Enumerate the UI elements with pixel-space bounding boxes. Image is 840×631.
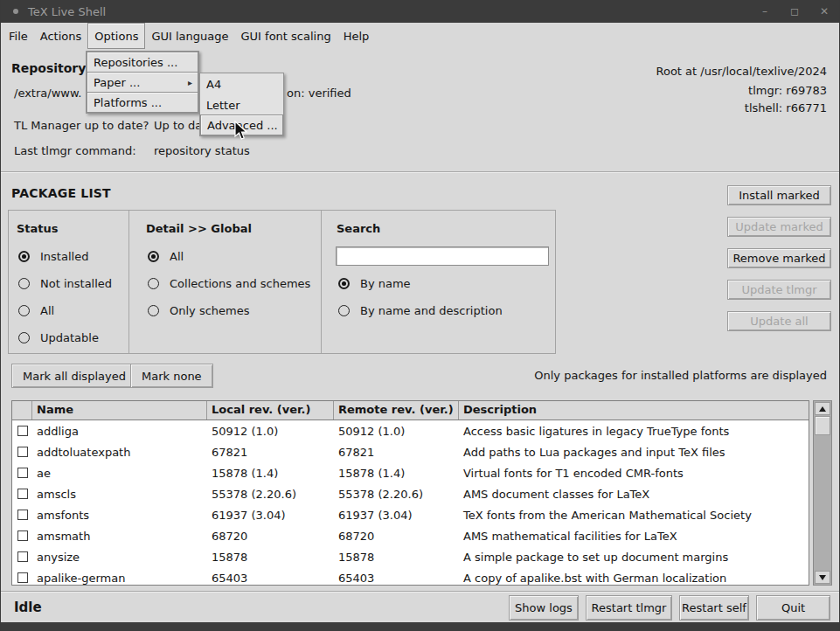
update-tlmgr-button[interactable]: Update tlmgr: [727, 280, 831, 300]
scroll-up-icon[interactable]: [815, 402, 830, 415]
header-description[interactable]: Description: [459, 401, 809, 420]
table-header: Name Local rev. (ver.) Remote rev. (ver.…: [12, 401, 809, 420]
mark-all-displayed-button[interactable]: Mark all displayed: [11, 364, 137, 388]
row-checkbox[interactable]: [17, 530, 28, 541]
row-checkbox[interactable]: [17, 572, 28, 583]
remote-revision: 55378 (2.20.6): [334, 488, 459, 501]
radio-option[interactable]: All: [148, 248, 310, 264]
titlebar: TeX Live Shell – ◻ ✕: [1, 0, 839, 23]
package-list-heading: PACKAGE LIST: [11, 186, 111, 200]
search-input[interactable]: [336, 246, 549, 266]
minimize-icon[interactable]: –: [757, 0, 773, 23]
table-body: addliga50912 (1.0)50912 (1.0)Access basi…: [12, 420, 809, 586]
tlmgr-version: tlmgr: r69783: [748, 83, 827, 99]
radio-option[interactable]: Only schemes: [148, 302, 310, 318]
package-description: A copy of apalike.bst with German locali…: [459, 572, 809, 585]
radio-icon[interactable]: [18, 332, 30, 343]
table-row[interactable]: anysize1587815878A simple package to set…: [12, 546, 809, 567]
quit-button[interactable]: Quit: [756, 595, 830, 621]
window-controls: – ◻ ✕: [757, 0, 832, 23]
package-name: apalike-german: [32, 572, 207, 585]
menuitem-repositories[interactable]: Repositories ...: [87, 52, 198, 73]
radio-icon[interactable]: [148, 278, 159, 289]
header-local-rev[interactable]: Local rev. (ver.): [207, 401, 334, 420]
radio-option[interactable]: Installed: [18, 248, 112, 264]
maximize-icon[interactable]: ◻: [787, 0, 802, 23]
package-description: AMS document classes for LaTeX: [459, 488, 809, 501]
package-description: AMS mathematical facilities for LaTeX: [459, 530, 809, 543]
app-window: TeX Live Shell – ◻ ✕ File Actions Option…: [0, 0, 840, 631]
update-marked-button[interactable]: Update marked: [727, 217, 831, 237]
remove-marked-button[interactable]: Remove marked: [727, 248, 831, 268]
repository-heading: Repository: [11, 61, 86, 75]
menuitem-a4[interactable]: A4: [200, 73, 283, 94]
radio-icon[interactable]: [148, 251, 159, 262]
radio-label: All: [40, 304, 54, 317]
table-row[interactable]: ae15878 (1.4)15878 (1.4)Virtual fonts fo…: [12, 462, 809, 483]
menu-actions[interactable]: Actions: [34, 23, 88, 49]
row-checkbox[interactable]: [17, 447, 28, 457]
row-checkbox[interactable]: [17, 426, 28, 436]
status-text: Idle: [14, 600, 42, 615]
table-row[interactable]: amsfonts61937 (3.04)61937 (3.04)TeX font…: [12, 504, 809, 525]
package-name: amsmath: [32, 530, 207, 543]
repository-url: /extra/www.: [14, 86, 81, 101]
local-revision: 50912 (1.0): [207, 425, 334, 438]
header-name[interactable]: Name: [32, 401, 207, 420]
root-path: Root at /usr/local/texlive/2024: [656, 64, 827, 80]
table-row[interactable]: addtoluatexpath6782167821Add paths to Lu…: [12, 441, 809, 462]
radio-icon[interactable]: [18, 305, 30, 316]
radio-icon[interactable]: [338, 278, 350, 289]
remote-revision: 65403: [334, 572, 459, 585]
scrollbar-thumb[interactable]: [815, 416, 830, 435]
menuitem-letter[interactable]: Letter: [200, 94, 283, 115]
close-icon[interactable]: ✕: [816, 0, 832, 23]
manager-status-label: TL Manager up to date?: [14, 118, 149, 134]
radio-icon[interactable]: [18, 278, 30, 289]
radio-option[interactable]: Collections and schemes: [148, 275, 310, 291]
row-checkbox[interactable]: [17, 489, 28, 499]
radio-label: Only schemes: [170, 304, 250, 317]
menu-gui-language[interactable]: GUI language: [145, 23, 234, 49]
menu-options[interactable]: Options: [87, 23, 145, 49]
local-revision: 67821: [207, 446, 334, 459]
radio-icon[interactable]: [18, 251, 30, 262]
scroll-down-icon[interactable]: [815, 571, 830, 584]
table-row[interactable]: amscls55378 (2.20.6)55378 (2.20.6)AMS do…: [12, 483, 809, 504]
radio-icon[interactable]: [148, 305, 159, 316]
table-scrollbar[interactable]: [813, 400, 832, 586]
radio-label: Collections and schemes: [170, 277, 310, 290]
menu-help[interactable]: Help: [337, 23, 376, 49]
menu-gui-font-scaling[interactable]: GUI font scaling: [235, 23, 337, 49]
table-row[interactable]: addliga50912 (1.0)50912 (1.0)Access basi…: [12, 420, 809, 441]
row-checkbox[interactable]: [17, 468, 28, 478]
package-name: addtoluatexpath: [32, 446, 207, 459]
radio-option[interactable]: By name and description: [338, 302, 503, 318]
radio-icon[interactable]: [338, 305, 350, 316]
radio-option[interactable]: By name: [338, 275, 503, 291]
row-checkbox[interactable]: [17, 510, 28, 520]
radio-label: Not installed: [40, 277, 112, 290]
local-revision: 15878: [207, 551, 334, 564]
menuitem-platforms[interactable]: Platforms ...: [87, 92, 198, 113]
menu-file[interactable]: File: [3, 23, 34, 49]
restart-self-button[interactable]: Restart self: [679, 595, 749, 621]
table-row[interactable]: amsmath6872068720AMS mathematical facili…: [12, 525, 809, 546]
remote-revision: 68720: [334, 530, 459, 543]
update-all-button[interactable]: Update all: [727, 311, 831, 331]
mark-none-button[interactable]: Mark none: [130, 364, 213, 388]
show-logs-button[interactable]: Show logs: [509, 595, 579, 621]
row-checkbox[interactable]: [17, 551, 28, 562]
action-buttons: Install markedUpdate markedRemove marked…: [727, 185, 831, 343]
header-remote-rev[interactable]: Remote rev. (ver.): [334, 401, 459, 420]
radio-option[interactable]: Updatable: [18, 329, 112, 345]
menuitem-paper-label: Paper ...: [94, 76, 140, 89]
table-row[interactable]: apalike-german6540365403A copy of apalik…: [12, 567, 809, 586]
last-command-label: Last tlmgr command:: [14, 143, 136, 159]
menuitem-paper[interactable]: Paper ... ▸: [87, 72, 198, 93]
package-description: Add paths to Lua packages and input TeX …: [459, 446, 809, 459]
radio-option[interactable]: Not installed: [18, 275, 112, 291]
radio-option[interactable]: All: [18, 302, 112, 318]
restart-tlmgr-button[interactable]: Restart tlmgr: [586, 595, 672, 621]
install-marked-button[interactable]: Install marked: [727, 185, 831, 205]
